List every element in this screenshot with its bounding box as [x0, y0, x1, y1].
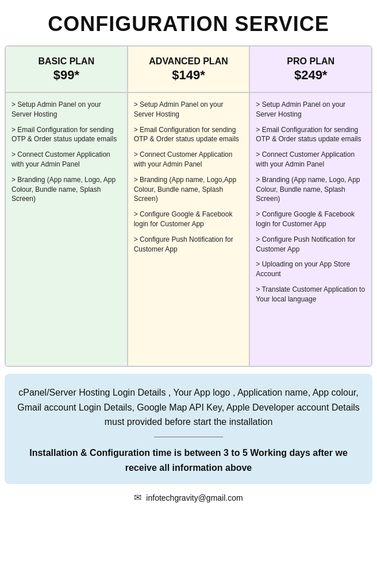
plan-body-basic: > Setup Admin Panel on your Server Hosti… [6, 93, 127, 366]
plan-feature-advanced-1: > Email Configuration for sending OTP & … [134, 125, 244, 145]
plan-price-advanced: $149* [133, 68, 245, 83]
email-address: infotechgravity@gmail.com [146, 493, 243, 502]
plan-col-basic: BASIC PLAN$99*> Setup Admin Panel on you… [6, 47, 128, 366]
plan-name-basic: BASIC PLAN [10, 56, 122, 68]
email-icon: ✉ [134, 492, 141, 503]
plan-name-pro: PRO PLAN [255, 56, 367, 68]
plan-price-pro: $249* [255, 68, 367, 83]
page-wrapper: CONFIGURATION SERVICE BASIC PLAN$99*> Se… [0, 0, 377, 511]
plan-feature-basic-3: > Branding (App name, Logo, App Colour, … [11, 175, 121, 204]
plan-feature-pro-2: > Connect Customer Application with your… [256, 150, 366, 169]
plan-feature-basic-1: > Email Configuration for sending OTP & … [11, 125, 121, 145]
plan-feature-pro-7: > Translate Customer Application to Your… [256, 285, 366, 304]
plan-feature-pro-4: > Configure Google & Facebook login for … [256, 210, 366, 229]
page-header: CONFIGURATION SERVICE [0, 0, 377, 45]
plan-feature-advanced-4: > Configure Google & Facebook login for … [134, 210, 244, 229]
plan-feature-advanced-2: > Connect Customer Application with your… [134, 150, 244, 169]
info-main-text: cPanel/Server Hosting Login Details , Yo… [16, 385, 361, 430]
plan-feature-advanced-0: > Setup Admin Panel on your Server Hosti… [134, 100, 244, 119]
plan-feature-advanced-3: > Branding (App name, Logo,App Colour, B… [134, 175, 244, 204]
plan-feature-pro-6: > Uploading on your App Store Account [256, 260, 366, 279]
info-bold-text: Installation & Configuration time is bet… [16, 446, 361, 475]
info-divider [154, 436, 223, 438]
page-title: CONFIGURATION SERVICE [6, 11, 371, 36]
plan-header-pro: PRO PLAN$249* [250, 47, 371, 93]
plan-feature-advanced-5: > Configure Push Notification for Custom… [134, 235, 244, 254]
plan-col-pro: PRO PLAN$249*> Setup Admin Panel on your… [250, 47, 371, 366]
plan-feature-pro-1: > Email Configuration for sending OTP & … [256, 125, 366, 145]
plan-feature-basic-0: > Setup Admin Panel on your Server Hosti… [11, 100, 121, 119]
plan-col-advanced: ADVANCED PLAN$149*> Setup Admin Panel on… [128, 47, 251, 366]
plan-feature-pro-5: > Configure Push Notification for Custom… [256, 235, 366, 254]
plan-body-advanced: > Setup Admin Panel on your Server Hosti… [128, 93, 249, 366]
plan-header-basic: BASIC PLAN$99* [6, 47, 127, 93]
plans-section: BASIC PLAN$99*> Setup Admin Panel on you… [5, 45, 372, 367]
plan-price-basic: $99* [10, 68, 122, 83]
plan-feature-basic-2: > Connect Customer Application with your… [11, 150, 121, 169]
email-footer: ✉ infotechgravity@gmail.com [0, 484, 377, 511]
plan-feature-pro-3: > Branding (App name, Logo, App Colour, … [256, 175, 366, 204]
plan-feature-pro-0: > Setup Admin Panel on your Server Hosti… [256, 100, 366, 119]
plan-header-advanced: ADVANCED PLAN$149* [128, 47, 249, 93]
plan-name-advanced: ADVANCED PLAN [133, 56, 245, 68]
info-box: cPanel/Server Hosting Login Details , Yo… [5, 374, 372, 484]
plan-body-pro: > Setup Admin Panel on your Server Hosti… [250, 93, 371, 366]
